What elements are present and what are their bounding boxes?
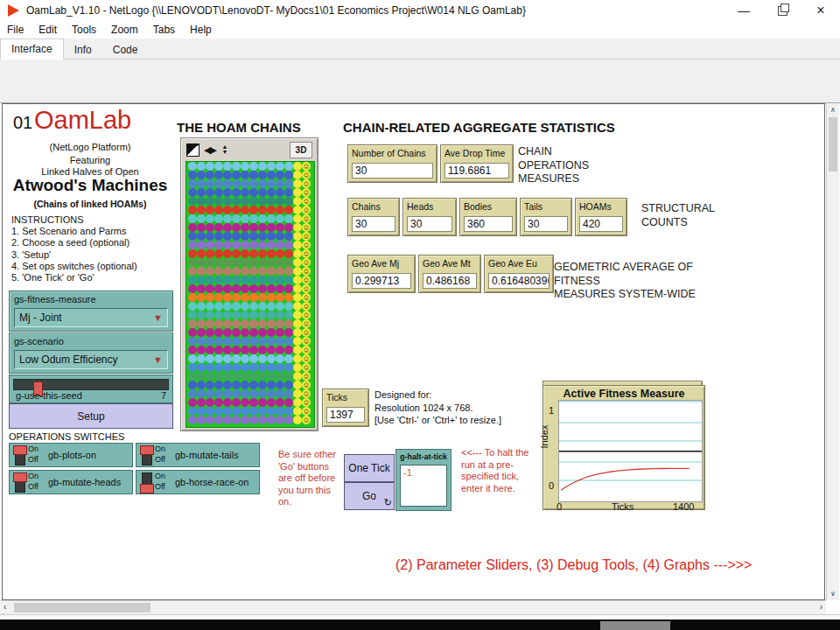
restore-button[interactable] [763, 0, 802, 21]
hoam-dot [206, 249, 214, 258]
horizontal-scroll-thumb[interactable] [14, 603, 150, 612]
slider-track[interactable] [13, 379, 169, 390]
smiley-dot: ☺ [302, 372, 311, 381]
hoam-dot [188, 381, 197, 389]
subtitle-line: (Chains of linked HOAMs) [7, 199, 173, 209]
hoam-dot [214, 232, 223, 241]
hoam-dot [188, 258, 197, 267]
menu-tools[interactable]: Tools [72, 24, 96, 36]
hoam-dot [284, 171, 293, 179]
vertical-scroll-thumb[interactable] [829, 117, 837, 172]
designed-for-line: [Use 'Ctrl-' or 'Ctrl+' to resize.] [374, 414, 501, 427]
minimize-button[interactable]: — [724, 0, 763, 21]
tab-info[interactable]: Info [64, 40, 102, 60]
title-bar[interactable]: OamLab_V1.10 - NetLogo {\\LENOVODT\Lenov… [0, 0, 840, 22]
tab-code[interactable]: Code [102, 40, 149, 60]
world-view-widget[interactable]: ◀▶ ▲▼ 3D ☺☺☺☺☺☺☺☺☺☺☺☺☺☺☺☺☺☺☺☺☺☺☺☺☺☺☺☺☺☺ [180, 137, 318, 431]
hoam-dot [258, 284, 267, 293]
hoam-dot [206, 337, 214, 346]
scroll-up-icon[interactable]: ∧ [827, 106, 839, 114]
hoam-dot [223, 179, 232, 188]
switch-gb-horse-race-on[interactable]: OnOffgb-horse-race-on [136, 470, 260, 494]
hoam-dot [276, 276, 284, 284]
hoam-dot [267, 284, 276, 293]
menu-zoom[interactable]: Zoom [111, 24, 138, 36]
toolbar: ✎ Edit Delete + Add Abc def ghi jkl Note… [0, 60, 840, 103]
go-button[interactable]: Go ↻ [344, 482, 395, 510]
vertical-scrollbar[interactable]: ∧ ∨ [826, 103, 839, 600]
hoam-dot [206, 284, 214, 293]
chain-end-dot [293, 232, 302, 241]
input-label: g-halt-at-tick [396, 450, 451, 461]
hoam-dot [206, 363, 214, 372]
hoam-dot [223, 389, 232, 398]
hoam-dot [241, 241, 249, 249]
switch-gb-mutate-heads[interactable]: OnOffgb-mutate-heads [9, 470, 133, 494]
hoam-dot [276, 188, 284, 197]
hoam-dot [206, 162, 214, 171]
hoam-dot [206, 206, 214, 214]
scroll-right-icon[interactable]: › [820, 602, 822, 612]
hoam-dot [241, 381, 249, 389]
chooser-select[interactable]: Low Odum Efficiency ▼ [14, 350, 168, 369]
switch-knob-off[interactable] [140, 484, 154, 494]
hoam-dot [241, 258, 249, 267]
smiley-dot: ☺ [302, 258, 311, 267]
chain-end-dot [293, 416, 302, 424]
vertical-arrows-icon[interactable]: ▲▼ [220, 144, 230, 156]
hoam-dot [284, 389, 293, 398]
hoam-dot [249, 197, 258, 206]
hoam-dot [232, 197, 241, 206]
close-button[interactable]: × [802, 0, 840, 21]
scroll-down-icon[interactable]: ∨ [827, 590, 839, 598]
tab-interface[interactable]: Interface [0, 38, 64, 60]
switch-on-label: On [28, 472, 38, 482]
horizontal-arrows-icon[interactable]: ◀▶ [204, 144, 215, 156]
dropdown-triangle-icon: ▼ [153, 312, 163, 323]
hoam-chain-row: ☺ [186, 416, 314, 424]
smiley-dot: ☺ [302, 284, 311, 293]
switch-knob-on[interactable] [140, 445, 154, 455]
monitor-label: Chains [348, 199, 399, 212]
hoam-dot [232, 188, 241, 197]
hoam-dot [284, 188, 293, 197]
contrast-square-icon[interactable] [186, 144, 200, 157]
setup-button[interactable]: Setup [9, 403, 173, 429]
chooser-select[interactable]: Mj - Joint ▼ [14, 308, 168, 327]
switch-gb-mutate-tails[interactable]: OnOffgb-mutate-tails [136, 443, 260, 467]
chain-end-dot [293, 276, 302, 284]
menu-help[interactable]: Help [190, 24, 212, 36]
hoam-dot [267, 258, 276, 267]
switch-knob-on[interactable] [13, 472, 27, 482]
hoam-dot [276, 398, 284, 407]
chooser-gs-scenario[interactable]: gs-scenario Low Odum Efficiency ▼ [9, 332, 173, 374]
smiley-dot: ☺ [302, 188, 311, 197]
slider-g-use-this-seed[interactable]: g-use-this-seed 7 [9, 374, 173, 403]
input-value-box[interactable]: -1 [400, 465, 447, 507]
hoam-dot [232, 389, 241, 398]
chooser-gs-fitness-measure[interactable]: gs-fitness-measure Mj - Joint ▼ [9, 290, 173, 332]
one-tick-button[interactable]: One Tick [344, 454, 395, 482]
view-3d-button[interactable]: 3D [290, 142, 312, 158]
switch-name: gb-horse-race-on [175, 471, 248, 494]
hoam-dot [249, 232, 258, 241]
caption-geometric-average: GEOMETRIC AVERAGE OF FITNESS MEASURES SY… [554, 261, 742, 302]
smiley-dot: ☺ [302, 416, 311, 424]
monitor-label: Ave Drop Time [441, 145, 513, 158]
monitor-value: 360 [464, 216, 513, 232]
hoam-chain-row: ☺ [186, 337, 314, 346]
input-g-halt-at-tick[interactable]: g-halt-at-tick -1 [396, 449, 452, 511]
switch-gb-plots-on[interactable]: OnOffgb-plots-on [9, 443, 133, 467]
menu-tabs[interactable]: Tabs [153, 24, 175, 36]
menu-edit[interactable]: Edit [38, 24, 57, 36]
scroll-left-icon[interactable]: ‹ [4, 602, 6, 612]
world-view[interactable]: ☺☺☺☺☺☺☺☺☺☺☺☺☺☺☺☺☺☺☺☺☺☺☺☺☺☺☺☺☺☺ [186, 161, 315, 428]
switch-knob-on[interactable] [13, 445, 27, 455]
hoam-dot [214, 284, 223, 293]
hoam-dot [214, 381, 223, 389]
hoam-dot [258, 267, 267, 276]
hoam-dot [284, 293, 293, 302]
horizontal-scrollbar[interactable]: ‹ › [0, 600, 826, 614]
hoam-dot [223, 223, 232, 232]
menu-file[interactable]: File [7, 24, 24, 36]
